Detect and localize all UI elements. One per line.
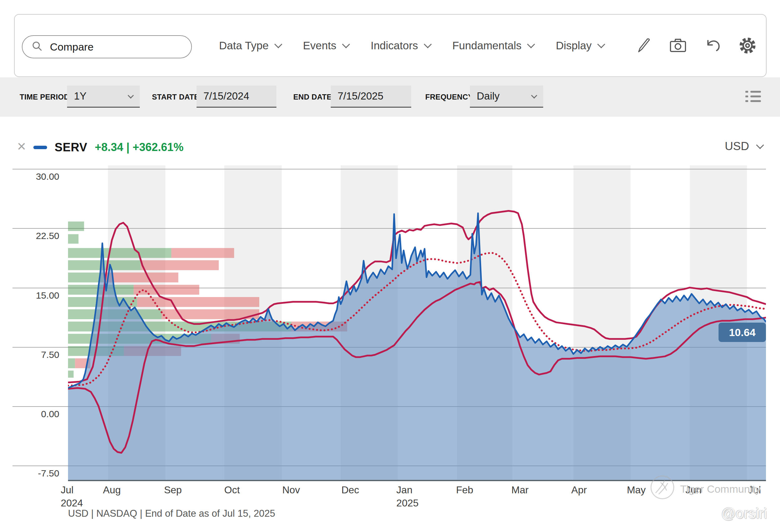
chart-svg xyxy=(68,165,766,481)
y-axis-tick-label: 7.50 xyxy=(6,349,59,360)
x-axis-tick-label: Aug xyxy=(103,484,121,496)
volume-profile-buy-bar xyxy=(68,248,171,258)
x-axis-tick-label: Jul2024 xyxy=(61,484,83,509)
chart-plot-area[interactable] xyxy=(68,165,766,481)
volume-profile-buy-bar xyxy=(68,222,84,231)
x-axis-tick-label: May xyxy=(627,484,645,496)
x-axis-tick-label: Jan2025 xyxy=(396,484,419,509)
volume-profile-buy-bar xyxy=(68,358,75,368)
x-axis-tick-label: Nov xyxy=(282,484,300,496)
tiger-logo-icon xyxy=(650,476,674,499)
volume-profile-buy-bar xyxy=(68,371,74,378)
x-axis-tick-label: Sep xyxy=(164,484,182,496)
x-axis-tick-label: Apr xyxy=(571,484,587,496)
volume-profile-sell-bar xyxy=(103,273,179,282)
app-window: Data Type Events Indicators Fundamentals… xyxy=(0,0,780,532)
community-watermark: Tiger Community xyxy=(680,483,761,495)
volume-profile-sell-bar xyxy=(141,260,219,270)
volume-profile-buy-bar xyxy=(68,234,79,244)
x-axis-tick-label: Feb xyxy=(456,484,473,496)
x-axis-tick-label: Dec xyxy=(341,484,359,496)
chart-footnote: USD | NASDAQ | End of Date as of Jul 15,… xyxy=(68,508,275,519)
y-axis-tick-label: -7.50 xyxy=(6,468,59,479)
x-axis-tick-label: Mar xyxy=(511,484,529,496)
x-axis-tick-label: Oct xyxy=(224,484,240,496)
y-axis-tick-label: 15.00 xyxy=(6,290,59,301)
user-handle-watermark: @orsiri xyxy=(721,505,767,522)
volume-profile-sell-bar xyxy=(171,248,234,258)
volume-profile-buy-bar xyxy=(68,273,103,282)
y-axis-tick-label: 30.00 xyxy=(6,171,59,182)
volume-profile-sell-bar xyxy=(137,297,259,307)
last-price-tag: 10.64 xyxy=(719,323,766,342)
y-axis-tick-label: 0.00 xyxy=(6,409,59,419)
y-axis-tick-label: 22.50 xyxy=(6,231,59,241)
